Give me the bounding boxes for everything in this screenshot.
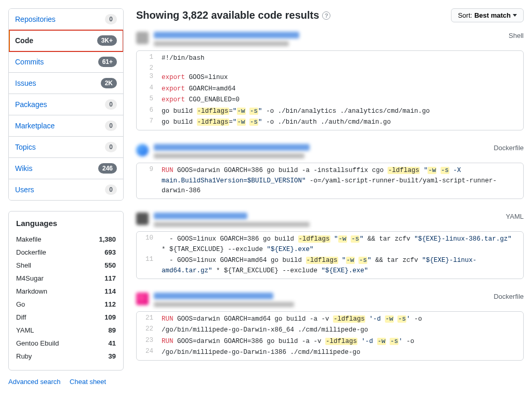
languages-title: Languages (16, 219, 116, 228)
line-number: 10 (137, 234, 158, 255)
line-number: 21 (137, 314, 158, 325)
language-count: 39 (109, 352, 116, 360)
line-number: 4 (137, 84, 158, 95)
code-snippet[interactable]: 21RUN GOOS=darwin GOARCH=amd64 go build … (136, 311, 524, 361)
filter-label: Marketplace (15, 122, 55, 130)
language-filter[interactable]: Ruby39 (16, 350, 116, 363)
search-result: Shell1#!/bin/bash23export GOOS=linux4exp… (136, 32, 524, 130)
filter-count: 0 (105, 99, 117, 110)
language-filter[interactable]: Dockerfile693 (16, 246, 116, 259)
language-filter[interactable]: Markdown114 (16, 285, 116, 298)
language-filter[interactable]: Gentoo Ebuild41 (16, 337, 116, 350)
search-result: Dockerfile21RUN GOOS=darwin GOARCH=amd64… (136, 293, 524, 361)
sort-button[interactable]: Sort: Best match (451, 8, 524, 22)
avatar[interactable] (136, 32, 149, 44)
language-filter[interactable]: Go112 (16, 298, 116, 311)
filter-count: 0 (105, 14, 117, 24)
filter-item-code[interactable]: Code3K+ (9, 30, 123, 51)
language-filter[interactable]: Diff109 (16, 311, 116, 324)
filter-label: Repositories (15, 15, 56, 23)
search-result: Dockerfile9RUN GOOS=darwin GOARCH=386 go… (136, 144, 524, 199)
filter-label: Issues (15, 79, 36, 87)
avatar[interactable] (136, 213, 149, 225)
code-snippet[interactable]: 9RUN GOOS=darwin GOARCH=386 go build -a … (136, 163, 524, 199)
result-language: Dockerfile (494, 293, 524, 300)
filter-count: 3K+ (97, 35, 117, 46)
language-name: Shell (16, 261, 31, 269)
language-count: 550 (104, 261, 116, 269)
results-main: Showing 3,822 available code results ? S… (136, 8, 524, 386)
filter-item-topics[interactable]: Topics0 (9, 137, 123, 158)
repo-meta (154, 302, 294, 307)
filter-count: 61+ (98, 57, 117, 67)
language-filter[interactable]: Shell550 (16, 259, 116, 272)
repo-link[interactable] (154, 293, 273, 299)
code-line: RUN GOOS=darwin GOARCH=386 go build -a -… (158, 336, 523, 347)
help-icon[interactable]: ? (322, 11, 330, 20)
code-line: go build -ldflags="-w -s" -o ./bin/analy… (158, 106, 523, 117)
language-filter[interactable]: M4Sugar117 (16, 272, 116, 285)
language-name: M4Sugar (16, 274, 44, 282)
code-line: /go/bin/millipede-go-Darwin-i386 ./cmd/m… (158, 347, 523, 358)
repo-link[interactable] (154, 144, 310, 151)
filter-item-wikis[interactable]: Wikis246 (9, 158, 123, 179)
language-name: Makefile (16, 235, 41, 243)
search-sidebar: Repositories0Code3K+Commits61+Issues2KPa… (8, 8, 124, 386)
results-list: Shell1#!/bin/bash23export GOOS=linux4exp… (136, 32, 524, 361)
languages-box: Languages Makefile1,380Dockerfile693Shel… (8, 211, 124, 371)
code-snippet[interactable]: 10 - GOOS=linux GOARCH=386 go build -ldf… (136, 231, 524, 279)
language-filter[interactable]: Makefile1,380 (16, 233, 116, 246)
code-line: export GOOS=linux (158, 72, 523, 83)
language-count: 41 (109, 339, 116, 347)
cheat-sheet-link[interactable]: Cheat sheet (70, 378, 106, 386)
avatar[interactable] (136, 144, 149, 156)
filter-item-repositories[interactable]: Repositories0 (9, 9, 123, 30)
line-number: 9 (137, 165, 158, 196)
filter-label: Commits (15, 58, 44, 66)
filter-item-issues[interactable]: Issues2K (9, 73, 123, 94)
code-line: RUN GOOS=darwin GOARCH=386 go build -a -… (158, 165, 523, 196)
language-count: 693 (104, 248, 116, 256)
results-title: Showing 3,822 available code results ? (136, 9, 330, 21)
filter-item-users[interactable]: Users0 (9, 179, 123, 200)
chevron-down-icon (513, 14, 517, 17)
repo-link[interactable] (154, 32, 299, 38)
language-count: 114 (104, 287, 116, 295)
avatar[interactable] (136, 293, 149, 305)
filter-count: 2K (101, 78, 117, 88)
results-title-text: Showing 3,822 available code results (136, 9, 319, 21)
sort-prefix: Sort: (458, 11, 472, 19)
line-number: 7 (137, 117, 158, 128)
repo-link[interactable] (154, 213, 247, 219)
language-filter[interactable]: YAML89 (16, 324, 116, 337)
result-language: YAML (506, 213, 524, 220)
filter-label: Topics (15, 143, 36, 151)
language-name: Diff (16, 313, 26, 321)
line-number: 5 (137, 95, 158, 105)
filter-label: Packages (15, 100, 47, 109)
advanced-search-link[interactable]: Advanced search (8, 378, 60, 386)
language-count: 109 (104, 313, 116, 321)
line-number: 2 (137, 64, 158, 72)
filter-item-packages[interactable]: Packages0 (9, 94, 123, 115)
repo-meta (154, 153, 304, 158)
language-count: 1,380 (99, 235, 116, 243)
line-number: 23 (137, 336, 158, 347)
code-line: export CGO_ENABLED=0 (158, 95, 523, 105)
language-name: Go (16, 300, 25, 308)
line-number: 24 (137, 347, 158, 358)
code-line: export GOARCH=amd64 (158, 84, 523, 95)
filter-item-marketplace[interactable]: Marketplace0 (9, 115, 123, 137)
line-number: 6 (137, 106, 158, 117)
language-name: Gentoo Ebuild (16, 339, 59, 347)
language-name: Markdown (16, 287, 47, 295)
repo-meta (154, 41, 289, 46)
filter-item-commits[interactable]: Commits61+ (9, 51, 123, 73)
filter-count: 0 (105, 142, 117, 152)
code-snippet[interactable]: 1#!/bin/bash23export GOOS=linux4export G… (136, 50, 524, 130)
language-name: Ruby (16, 352, 32, 360)
line-number: 3 (137, 72, 158, 83)
search-result: YAML10 - GOOS=linux GOARCH=386 go build … (136, 213, 524, 279)
repo-meta (154, 222, 310, 227)
code-line: /go/bin/millipede-go-Darwin-x86_64 ./cmd… (158, 325, 523, 336)
